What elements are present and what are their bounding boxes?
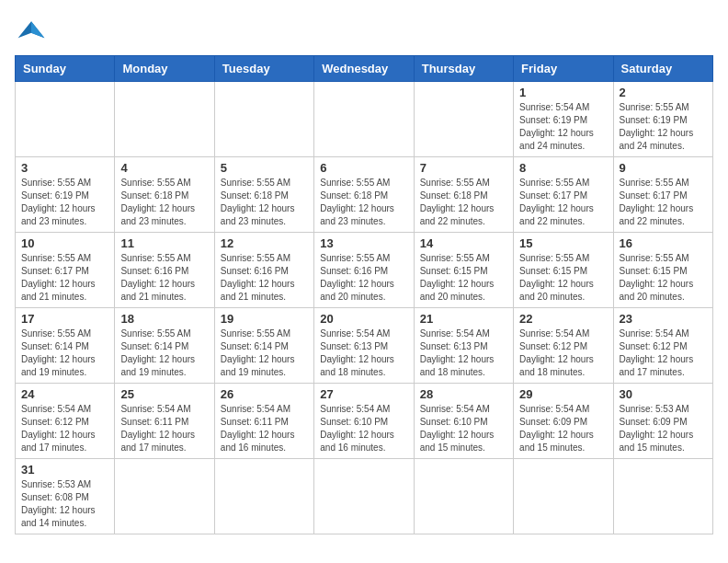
calendar-cell: 12Sunrise: 5:55 AM Sunset: 6:16 PM Dayli…: [214, 233, 313, 308]
calendar-cell: [314, 459, 414, 534]
day-number: 7: [420, 161, 507, 175]
calendar-cell: 2Sunrise: 5:55 AM Sunset: 6:19 PM Daylig…: [613, 82, 712, 157]
day-info: Sunrise: 5:54 AM Sunset: 6:11 PM Dayligh…: [120, 403, 208, 454]
weekday-header-thursday: Thursday: [414, 56, 513, 82]
day-number: 4: [120, 161, 208, 175]
header: [15, 15, 713, 48]
day-number: 26: [221, 387, 308, 401]
day-number: 5: [221, 161, 308, 175]
calendar-cell: 16Sunrise: 5:55 AM Sunset: 6:15 PM Dayli…: [613, 233, 712, 308]
calendar-cell: 5Sunrise: 5:55 AM Sunset: 6:18 PM Daylig…: [214, 157, 313, 233]
calendar-cell: 31Sunrise: 5:53 AM Sunset: 6:08 PM Dayli…: [16, 459, 115, 534]
day-number: 13: [320, 236, 407, 250]
day-number: 25: [120, 387, 208, 401]
day-info: Sunrise: 5:54 AM Sunset: 6:10 PM Dayligh…: [420, 403, 507, 454]
day-info: Sunrise: 5:55 AM Sunset: 6:18 PM Dayligh…: [120, 177, 208, 228]
day-number: 1: [519, 86, 607, 99]
day-info: Sunrise: 5:54 AM Sunset: 6:10 PM Dayligh…: [320, 403, 407, 454]
calendar-week-6: 31Sunrise: 5:53 AM Sunset: 6:08 PM Dayli…: [16, 459, 713, 534]
day-info: Sunrise: 5:55 AM Sunset: 6:18 PM Dayligh…: [320, 177, 407, 228]
day-number: 22: [519, 312, 607, 326]
calendar-cell: 24Sunrise: 5:54 AM Sunset: 6:12 PM Dayli…: [16, 384, 115, 459]
calendar-cell: 26Sunrise: 5:54 AM Sunset: 6:11 PM Dayli…: [214, 384, 313, 459]
logo-icon: [15, 15, 48, 48]
calendar-cell: [414, 82, 513, 157]
calendar-cell: 23Sunrise: 5:54 AM Sunset: 6:12 PM Dayli…: [613, 308, 712, 384]
day-number: 11: [120, 236, 208, 250]
calendar-cell: 1Sunrise: 5:54 AM Sunset: 6:19 PM Daylig…: [514, 82, 613, 157]
calendar-cell: 3Sunrise: 5:55 AM Sunset: 6:19 PM Daylig…: [16, 157, 115, 233]
day-number: 6: [320, 161, 407, 175]
weekday-header-wednesday: Wednesday: [314, 56, 414, 82]
day-number: 12: [221, 236, 308, 250]
day-info: Sunrise: 5:55 AM Sunset: 6:17 PM Dayligh…: [21, 252, 108, 304]
day-info: Sunrise: 5:55 AM Sunset: 6:14 PM Dayligh…: [120, 327, 208, 379]
weekday-header-row: SundayMondayTuesdayWednesdayThursdayFrid…: [16, 56, 713, 82]
day-number: 17: [21, 312, 108, 326]
day-number: 9: [620, 161, 707, 175]
calendar-cell: 10Sunrise: 5:55 AM Sunset: 6:17 PM Dayli…: [16, 233, 115, 308]
calendar-cell: 19Sunrise: 5:55 AM Sunset: 6:14 PM Dayli…: [214, 308, 313, 384]
calendar-cell: 6Sunrise: 5:55 AM Sunset: 6:18 PM Daylig…: [314, 157, 414, 233]
calendar-cell: 11Sunrise: 5:55 AM Sunset: 6:16 PM Dayli…: [115, 233, 214, 308]
calendar-cell: 4Sunrise: 5:55 AM Sunset: 6:18 PM Daylig…: [115, 157, 214, 233]
day-info: Sunrise: 5:54 AM Sunset: 6:13 PM Dayligh…: [320, 327, 407, 379]
day-info: Sunrise: 5:54 AM Sunset: 6:12 PM Dayligh…: [620, 327, 707, 379]
day-number: 28: [420, 387, 507, 401]
calendar-table: SundayMondayTuesdayWednesdayThursdayFrid…: [15, 55, 713, 534]
day-info: Sunrise: 5:55 AM Sunset: 6:17 PM Dayligh…: [620, 177, 707, 228]
weekday-header-tuesday: Tuesday: [214, 56, 313, 82]
day-number: 27: [320, 387, 407, 401]
calendar-cell: 22Sunrise: 5:54 AM Sunset: 6:12 PM Dayli…: [514, 308, 613, 384]
day-info: Sunrise: 5:55 AM Sunset: 6:16 PM Dayligh…: [320, 252, 407, 304]
day-info: Sunrise: 5:55 AM Sunset: 6:17 PM Dayligh…: [519, 177, 607, 228]
day-info: Sunrise: 5:55 AM Sunset: 6:19 PM Dayligh…: [21, 177, 108, 228]
calendar-week-3: 10Sunrise: 5:55 AM Sunset: 6:17 PM Dayli…: [16, 233, 713, 308]
day-info: Sunrise: 5:54 AM Sunset: 6:12 PM Dayligh…: [21, 403, 108, 454]
day-number: 10: [21, 236, 108, 250]
weekday-header-monday: Monday: [115, 56, 214, 82]
day-info: Sunrise: 5:55 AM Sunset: 6:18 PM Dayligh…: [221, 177, 308, 228]
day-number: 29: [519, 387, 607, 401]
calendar-week-2: 3Sunrise: 5:55 AM Sunset: 6:19 PM Daylig…: [16, 157, 713, 233]
calendar-cell: 7Sunrise: 5:55 AM Sunset: 6:18 PM Daylig…: [414, 157, 513, 233]
day-number: 30: [620, 387, 707, 401]
calendar-cell: [414, 459, 513, 534]
day-number: 23: [620, 312, 707, 326]
calendar-cell: 21Sunrise: 5:54 AM Sunset: 6:13 PM Dayli…: [414, 308, 513, 384]
calendar-cell: [214, 459, 313, 534]
day-info: Sunrise: 5:54 AM Sunset: 6:19 PM Dayligh…: [519, 101, 607, 153]
weekday-header-sunday: Sunday: [16, 56, 115, 82]
day-info: Sunrise: 5:55 AM Sunset: 6:16 PM Dayligh…: [221, 252, 308, 304]
day-number: 21: [420, 312, 507, 326]
calendar-cell: [115, 459, 214, 534]
day-info: Sunrise: 5:53 AM Sunset: 6:08 PM Dayligh…: [21, 478, 108, 530]
day-number: 24: [21, 387, 108, 401]
calendar-cell: [16, 82, 115, 157]
calendar-cell: [514, 459, 613, 534]
calendar-cell: 13Sunrise: 5:55 AM Sunset: 6:16 PM Dayli…: [314, 233, 414, 308]
logo: [15, 15, 51, 48]
day-info: Sunrise: 5:55 AM Sunset: 6:16 PM Dayligh…: [120, 252, 208, 304]
day-number: 8: [519, 161, 607, 175]
day-number: 3: [21, 161, 108, 175]
day-number: 18: [120, 312, 208, 326]
day-info: Sunrise: 5:53 AM Sunset: 6:09 PM Dayligh…: [620, 403, 707, 454]
calendar-cell: 30Sunrise: 5:53 AM Sunset: 6:09 PM Dayli…: [613, 384, 712, 459]
calendar-cell: [613, 459, 712, 534]
calendar-cell: 17Sunrise: 5:55 AM Sunset: 6:14 PM Dayli…: [16, 308, 115, 384]
calendar-cell: 15Sunrise: 5:55 AM Sunset: 6:15 PM Dayli…: [514, 233, 613, 308]
calendar-cell: [115, 82, 214, 157]
weekday-header-saturday: Saturday: [613, 56, 712, 82]
day-number: 19: [221, 312, 308, 326]
day-info: Sunrise: 5:55 AM Sunset: 6:14 PM Dayligh…: [21, 327, 108, 379]
day-info: Sunrise: 5:55 AM Sunset: 6:15 PM Dayligh…: [519, 252, 607, 304]
day-number: 31: [21, 463, 108, 477]
weekday-header-friday: Friday: [514, 56, 613, 82]
calendar-cell: [314, 82, 414, 157]
day-number: 14: [420, 236, 507, 250]
day-info: Sunrise: 5:55 AM Sunset: 6:18 PM Dayligh…: [420, 177, 507, 228]
day-number: 15: [519, 236, 607, 250]
day-info: Sunrise: 5:55 AM Sunset: 6:15 PM Dayligh…: [620, 252, 707, 304]
calendar-cell: 28Sunrise: 5:54 AM Sunset: 6:10 PM Dayli…: [414, 384, 513, 459]
